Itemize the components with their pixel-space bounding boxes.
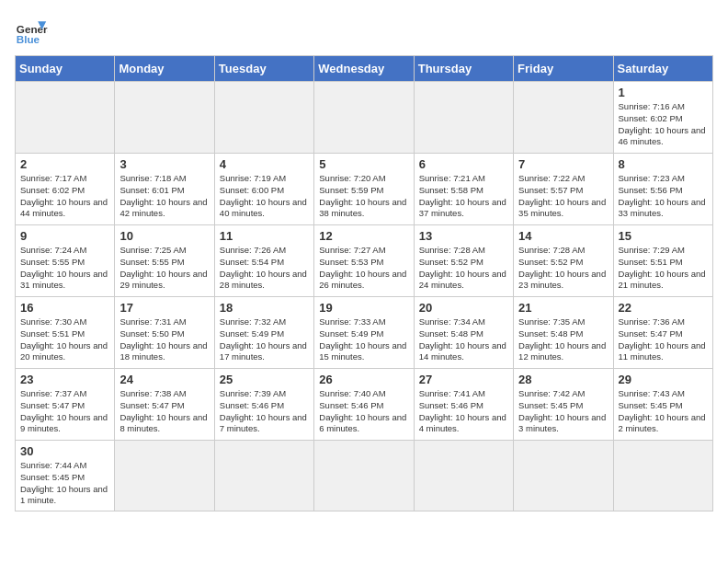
calendar-cell	[414, 82, 513, 154]
calendar-cell	[514, 441, 613, 511]
day-header-wednesday: Wednesday	[314, 56, 414, 82]
calendar-cell: 6Sunrise: 7:21 AM Sunset: 5:58 PM Daylig…	[414, 154, 513, 225]
day-info: Sunrise: 7:20 AM Sunset: 5:59 PM Dayligh…	[319, 173, 408, 220]
day-info: Sunrise: 7:25 AM Sunset: 5:55 PM Dayligh…	[119, 245, 209, 292]
day-info: Sunrise: 7:31 AM Sunset: 5:50 PM Dayligh…	[119, 316, 209, 363]
day-number: 5	[319, 157, 408, 171]
day-number: 2	[20, 157, 109, 171]
day-number: 25	[220, 373, 309, 386]
calendar-cell: 26Sunrise: 7:40 AM Sunset: 5:46 PM Dayli…	[314, 369, 414, 441]
day-info: Sunrise: 7:23 AM Sunset: 5:56 PM Dayligh…	[619, 173, 708, 220]
day-number: 24	[119, 373, 209, 386]
day-number: 16	[20, 301, 109, 315]
day-number: 19	[319, 301, 408, 315]
day-number: 20	[419, 301, 508, 315]
calendar-cell: 1Sunrise: 7:16 AM Sunset: 6:02 PM Daylig…	[613, 82, 712, 154]
calendar-cell: 21Sunrise: 7:35 AM Sunset: 5:48 PM Dayli…	[514, 297, 613, 369]
day-number: 26	[319, 373, 408, 386]
day-header-friday: Friday	[514, 56, 613, 82]
day-header-thursday: Thursday	[414, 56, 513, 82]
day-info: Sunrise: 7:28 AM Sunset: 5:52 PM Dayligh…	[518, 245, 608, 292]
day-number: 8	[619, 157, 708, 171]
day-info: Sunrise: 7:38 AM Sunset: 5:47 PM Dayligh…	[119, 388, 209, 435]
calendar-week-row: 30Sunrise: 7:44 AM Sunset: 5:45 PM Dayli…	[16, 441, 713, 511]
day-info: Sunrise: 7:16 AM Sunset: 6:02 PM Dayligh…	[619, 101, 708, 148]
calendar-cell: 23Sunrise: 7:37 AM Sunset: 5:47 PM Dayli…	[16, 369, 115, 441]
calendar-cell	[214, 441, 313, 511]
day-number: 21	[518, 301, 608, 315]
day-info: Sunrise: 7:30 AM Sunset: 5:51 PM Dayligh…	[20, 316, 109, 363]
calendar-cell: 30Sunrise: 7:44 AM Sunset: 5:45 PM Dayli…	[16, 441, 115, 511]
day-info: Sunrise: 7:17 AM Sunset: 6:02 PM Dayligh…	[20, 173, 109, 220]
day-number: 27	[419, 373, 508, 386]
calendar-cell: 3Sunrise: 7:18 AM Sunset: 6:01 PM Daylig…	[115, 154, 214, 225]
day-number: 9	[20, 229, 109, 243]
day-header-saturday: Saturday	[613, 56, 712, 82]
day-info: Sunrise: 7:44 AM Sunset: 5:45 PM Dayligh…	[20, 460, 109, 507]
day-number: 13	[419, 229, 508, 243]
calendar-cell: 22Sunrise: 7:36 AM Sunset: 5:47 PM Dayli…	[613, 297, 712, 369]
calendar-week-row: 23Sunrise: 7:37 AM Sunset: 5:47 PM Dayli…	[16, 369, 713, 441]
calendar-cell: 7Sunrise: 7:22 AM Sunset: 5:57 PM Daylig…	[514, 154, 613, 225]
calendar-cell: 13Sunrise: 7:28 AM Sunset: 5:52 PM Dayli…	[414, 225, 513, 297]
calendar-cell: 25Sunrise: 7:39 AM Sunset: 5:46 PM Dayli…	[214, 369, 313, 441]
day-info: Sunrise: 7:28 AM Sunset: 5:52 PM Dayligh…	[419, 245, 508, 292]
calendar-week-row: 1Sunrise: 7:16 AM Sunset: 6:02 PM Daylig…	[16, 82, 713, 154]
day-info: Sunrise: 7:22 AM Sunset: 5:57 PM Dayligh…	[518, 173, 608, 220]
days-header-row: SundayMondayTuesdayWednesdayThursdayFrid…	[16, 56, 713, 82]
day-number: 3	[119, 157, 209, 171]
calendar-cell: 10Sunrise: 7:25 AM Sunset: 5:55 PM Dayli…	[115, 225, 214, 297]
day-info: Sunrise: 7:36 AM Sunset: 5:47 PM Dayligh…	[619, 316, 708, 363]
day-number: 30	[20, 444, 109, 458]
day-info: Sunrise: 7:41 AM Sunset: 5:46 PM Dayligh…	[419, 388, 508, 435]
day-info: Sunrise: 7:27 AM Sunset: 5:53 PM Dayligh…	[319, 245, 408, 292]
day-info: Sunrise: 7:35 AM Sunset: 5:48 PM Dayligh…	[518, 316, 608, 363]
day-number: 6	[419, 157, 508, 171]
calendar-cell	[16, 82, 115, 154]
calendar-cell: 24Sunrise: 7:38 AM Sunset: 5:47 PM Dayli…	[115, 369, 214, 441]
day-number: 14	[518, 229, 608, 243]
calendar-cell: 19Sunrise: 7:33 AM Sunset: 5:49 PM Dayli…	[314, 297, 414, 369]
day-info: Sunrise: 7:39 AM Sunset: 5:46 PM Dayligh…	[220, 388, 309, 435]
calendar-cell: 8Sunrise: 7:23 AM Sunset: 5:56 PM Daylig…	[613, 154, 712, 225]
calendar-cell	[514, 82, 613, 154]
calendar-cell: 20Sunrise: 7:34 AM Sunset: 5:48 PM Dayli…	[414, 297, 513, 369]
day-info: Sunrise: 7:19 AM Sunset: 6:00 PM Dayligh…	[220, 173, 309, 220]
day-number: 22	[619, 301, 708, 315]
day-info: Sunrise: 7:21 AM Sunset: 5:58 PM Dayligh…	[419, 173, 508, 220]
calendar-cell: 14Sunrise: 7:28 AM Sunset: 5:52 PM Dayli…	[514, 225, 613, 297]
calendar-cell: 15Sunrise: 7:29 AM Sunset: 5:51 PM Dayli…	[613, 225, 712, 297]
day-info: Sunrise: 7:42 AM Sunset: 5:45 PM Dayligh…	[518, 388, 608, 435]
calendar-cell: 5Sunrise: 7:20 AM Sunset: 5:59 PM Daylig…	[314, 154, 414, 225]
calendar-cell: 12Sunrise: 7:27 AM Sunset: 5:53 PM Dayli…	[314, 225, 414, 297]
day-header-tuesday: Tuesday	[214, 56, 313, 82]
calendar-cell: 16Sunrise: 7:30 AM Sunset: 5:51 PM Dayli…	[16, 297, 115, 369]
day-info: Sunrise: 7:37 AM Sunset: 5:47 PM Dayligh…	[20, 388, 109, 435]
day-number: 17	[119, 301, 209, 315]
day-number: 15	[619, 229, 708, 243]
day-info: Sunrise: 7:43 AM Sunset: 5:45 PM Dayligh…	[619, 388, 708, 435]
calendar-week-row: 2Sunrise: 7:17 AM Sunset: 6:02 PM Daylig…	[16, 154, 713, 225]
calendar-cell: 17Sunrise: 7:31 AM Sunset: 5:50 PM Dayli…	[115, 297, 214, 369]
day-number: 29	[619, 373, 708, 386]
logo-icon: General Blue	[15, 15, 48, 48]
day-info: Sunrise: 7:29 AM Sunset: 5:51 PM Dayligh…	[619, 245, 708, 292]
calendar-cell: 28Sunrise: 7:42 AM Sunset: 5:45 PM Dayli…	[514, 369, 613, 441]
calendar-cell	[115, 441, 214, 511]
day-number: 1	[619, 86, 708, 99]
calendar-week-row: 9Sunrise: 7:24 AM Sunset: 5:55 PM Daylig…	[16, 225, 713, 297]
calendar-cell	[115, 82, 214, 154]
day-number: 12	[319, 229, 408, 243]
day-info: Sunrise: 7:40 AM Sunset: 5:46 PM Dayligh…	[319, 388, 408, 435]
calendar-cell: 9Sunrise: 7:24 AM Sunset: 5:55 PM Daylig…	[16, 225, 115, 297]
day-info: Sunrise: 7:26 AM Sunset: 5:54 PM Dayligh…	[220, 245, 309, 292]
day-info: Sunrise: 7:24 AM Sunset: 5:55 PM Dayligh…	[20, 245, 109, 292]
calendar-week-row: 16Sunrise: 7:30 AM Sunset: 5:51 PM Dayli…	[16, 297, 713, 369]
day-info: Sunrise: 7:34 AM Sunset: 5:48 PM Dayligh…	[419, 316, 508, 363]
calendar-cell	[314, 82, 414, 154]
day-info: Sunrise: 7:32 AM Sunset: 5:49 PM Dayligh…	[220, 316, 309, 363]
day-number: 11	[220, 229, 309, 243]
day-number: 10	[119, 229, 209, 243]
calendar-cell: 29Sunrise: 7:43 AM Sunset: 5:45 PM Dayli…	[613, 369, 712, 441]
page-header: General Blue	[15, 15, 713, 48]
